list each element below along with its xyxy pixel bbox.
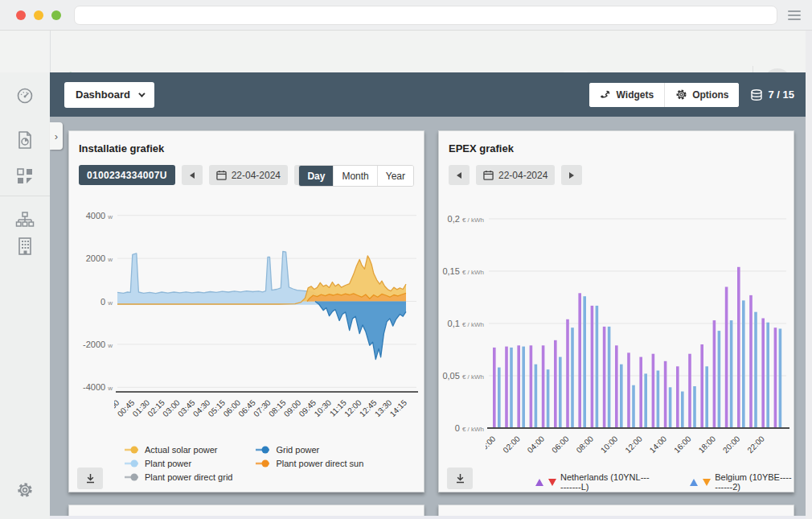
app-header: EcoSphere Managed by: Embion B.V.: [0, 31, 806, 72]
svg-text:10:30: 10:30: [313, 397, 334, 418]
dashboard-content: › Installatie grafiek 0100234334007U 22-…: [50, 117, 806, 519]
y-tick-label: 0,15 € / kWh: [442, 266, 484, 276]
options-button[interactable]: Options: [664, 83, 739, 107]
browser-chrome: [0, 0, 812, 31]
report-document-icon: [17, 130, 33, 150]
installation-serial-badge[interactable]: 0100234334007U: [79, 165, 175, 185]
browser-menu-icon[interactable]: [788, 10, 801, 20]
sidebar-item-buildings[interactable]: [0, 237, 50, 256]
gear-icon: [16, 481, 34, 499]
legend-item: Belgium (10YBE----------2): [690, 472, 794, 492]
triangle-down-icon: [548, 479, 556, 486]
legend-marker-icon: [124, 473, 140, 481]
card-title: EPEX grafiek: [449, 142, 514, 154]
gear-icon: [675, 89, 687, 101]
tab-month[interactable]: Month: [333, 166, 376, 186]
dashboard-dropdown-label: Dashboard: [76, 89, 130, 101]
y-tick-label: -2000 w: [71, 340, 113, 349]
scrollbar-lane[interactable]: [806, 31, 812, 519]
card-title: Installatie grafiek: [79, 142, 164, 154]
epex-legend: Netherlands (10YNL----------L)Belgium (1…: [535, 472, 794, 492]
svg-text:00:00: 00:00: [486, 434, 498, 455]
installatie-chart[interactable]: 00:0000:4501:3002:1503:0003:4504:3005:15…: [114, 207, 420, 440]
widget-counter: 7 / 15: [750, 89, 794, 101]
widget-counter-value: 7 / 15: [768, 89, 794, 101]
svg-text:14:00: 14:00: [648, 434, 669, 455]
date-value: 22-04-2024: [498, 170, 547, 181]
calendar-icon: [483, 170, 494, 180]
y-tick-label: 4000 w: [71, 211, 113, 220]
header-sidebar-divider: [50, 31, 51, 72]
legend-item: Plant power direct sun: [255, 459, 363, 468]
arrow-left-icon: [190, 172, 195, 179]
arrow-left-icon: [457, 172, 461, 179]
arrow-right-icon: [569, 172, 574, 179]
sidebar-item-widgets[interactable]: [0, 167, 50, 185]
installatie-legend: Actual solar powerPlant powerPlant power…: [124, 445, 363, 482]
svg-text:22:00: 22:00: [745, 434, 766, 455]
svg-text:06:00: 06:00: [550, 434, 571, 455]
svg-text:12:00: 12:00: [623, 434, 644, 455]
svg-text:20:00: 20:00: [721, 434, 742, 455]
legend-item: Plant power: [124, 459, 232, 468]
options-button-label: Options: [692, 89, 728, 101]
dashboard-dropdown[interactable]: Dashboard: [64, 82, 154, 108]
sidebar-item-dashboard[interactable]: [0, 87, 50, 105]
date-picker-button[interactable]: 22-04-2024: [476, 165, 555, 185]
dashboard-toolbar: Dashboard Widgets Options 7 / 15: [50, 72, 806, 117]
tab-day[interactable]: Day: [299, 166, 333, 186]
date-picker-button[interactable]: 22-04-2024: [209, 165, 288, 185]
widgets-button[interactable]: Widgets: [589, 83, 665, 107]
date-value: 22-04-2024: [232, 170, 281, 181]
sidebar-item-settings[interactable]: [0, 481, 50, 499]
address-bar[interactable]: [74, 6, 777, 25]
tab-year[interactable]: Year: [377, 166, 413, 186]
window-bottom-edge: [50, 516, 806, 519]
svg-text:04:00: 04:00: [526, 434, 547, 455]
svg-text:16:00: 16:00: [672, 434, 693, 455]
svg-text:10:00: 10:00: [599, 434, 620, 455]
sidebar-item-reports[interactable]: [0, 130, 50, 150]
download-button[interactable]: [77, 468, 103, 489]
y-tick-label: 0,2 € / kWh: [442, 214, 484, 224]
app-window: EcoSphere Managed by: Embion B.V. Dashbo…: [0, 0, 812, 519]
legend-item: Netherlands (10YNL----------L): [535, 472, 651, 492]
svg-text:02:00: 02:00: [501, 434, 522, 455]
close-window-button[interactable]: [16, 10, 26, 20]
download-icon: [84, 472, 96, 484]
widgets-button-label: Widgets: [617, 89, 654, 101]
legend-item: Grid power: [255, 445, 363, 455]
range-tabs: DayMonthYear: [298, 165, 414, 187]
widgets-grid-icon: [16, 167, 34, 185]
installatie-grafiek-card: Installatie grafiek 0100234334007U 22-04…: [68, 130, 424, 492]
date-next-button[interactable]: [561, 165, 582, 185]
y-tick-label: 2000 w: [71, 253, 113, 263]
triangle-up-icon: [690, 479, 698, 486]
sidebar: [0, 72, 50, 519]
y-tick-label: 0,1 € / kWh: [442, 319, 484, 328]
gauge-icon: [16, 87, 34, 105]
triangle-up-icon: [535, 479, 543, 486]
sidebar-expander-tab[interactable]: ›: [50, 122, 63, 150]
epex-chart[interactable]: 00:0002:0004:0006:0008:0010:0012:0014:00…: [486, 208, 791, 466]
svg-text:18:00: 18:00: [697, 434, 718, 455]
calendar-icon: [216, 170, 227, 180]
download-button[interactable]: [447, 468, 473, 489]
chevron-down-icon: [138, 90, 145, 97]
sidebar-divider: [0, 196, 50, 196]
legend-marker-icon: [124, 459, 140, 468]
triangle-down-icon: [703, 479, 711, 486]
maximize-window-button[interactable]: [51, 10, 61, 20]
legend-marker-icon: [255, 459, 271, 468]
widgets-icon: [600, 89, 612, 101]
building-icon: [16, 237, 34, 256]
epex-grafiek-card: EPEX grafiek 22-04-2024 0,2 € / kWh0,15 …: [438, 130, 794, 492]
date-prev-button[interactable]: [449, 165, 470, 185]
minimize-window-button[interactable]: [34, 10, 43, 20]
date-prev-button[interactable]: [182, 165, 203, 185]
legend-marker-icon: [124, 446, 140, 454]
legend-item: Actual solar power: [124, 445, 232, 455]
layers-icon: [750, 89, 763, 101]
sidebar-item-network[interactable]: [0, 211, 50, 230]
legend-item: Plant power direct grid: [124, 472, 232, 482]
